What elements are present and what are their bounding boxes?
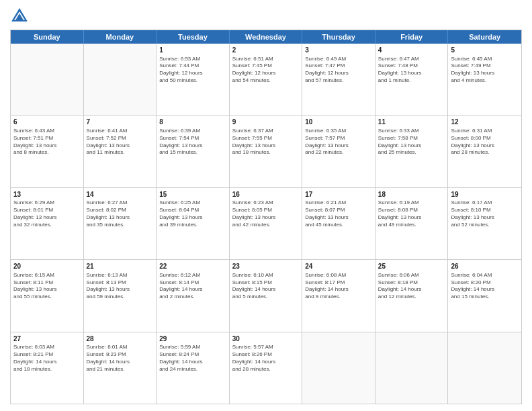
- day-number: 29: [159, 334, 226, 344]
- calendar: SundayMondayTuesdayWednesdayThursdayFrid…: [10, 30, 522, 404]
- day-cell-9: 9Sunrise: 6:37 AM Sunset: 7:55 PM Daylig…: [230, 116, 303, 187]
- weekday-header-tuesday: Tuesday: [157, 30, 230, 44]
- day-info: Sunrise: 6:41 AM Sunset: 7:52 PM Dayligh…: [87, 128, 154, 156]
- day-number: 21: [87, 262, 154, 271]
- day-cell-15: 15Sunrise: 6:25 AM Sunset: 8:04 PM Dayli…: [157, 188, 230, 259]
- day-info: Sunrise: 6:04 AM Sunset: 8:20 PM Dayligh…: [451, 272, 519, 301]
- day-cell-24: 24Sunrise: 6:08 AM Sunset: 8:17 PM Dayli…: [302, 260, 375, 331]
- day-cell-6: 6Sunrise: 6:43 AM Sunset: 7:51 PM Daylig…: [11, 116, 84, 187]
- day-cell-10: 10Sunrise: 6:35 AM Sunset: 7:57 PM Dayli…: [302, 116, 375, 187]
- weekday-header-friday: Friday: [375, 30, 449, 44]
- day-info: Sunrise: 6:06 AM Sunset: 8:18 PM Dayligh…: [378, 272, 445, 301]
- calendar-row-4: 20Sunrise: 6:15 AM Sunset: 8:11 PM Dayli…: [11, 259, 521, 331]
- day-info: Sunrise: 5:57 AM Sunset: 8:26 PM Dayligh…: [232, 344, 300, 373]
- day-info: Sunrise: 6:47 AM Sunset: 7:48 PM Dayligh…: [378, 56, 445, 85]
- weekday-header-sunday: Sunday: [11, 30, 84, 44]
- day-cell-14: 14Sunrise: 6:27 AM Sunset: 8:02 PM Dayli…: [84, 188, 157, 259]
- day-info: Sunrise: 6:35 AM Sunset: 7:57 PM Dayligh…: [305, 128, 372, 156]
- empty-cell: [302, 332, 375, 404]
- day-cell-7: 7Sunrise: 6:41 AM Sunset: 7:52 PM Daylig…: [84, 116, 157, 187]
- day-number: 11: [378, 118, 445, 127]
- day-cell-2: 2Sunrise: 6:51 AM Sunset: 7:45 PM Daylig…: [230, 44, 303, 115]
- day-info: Sunrise: 6:15 AM Sunset: 8:11 PM Dayligh…: [13, 272, 81, 301]
- day-cell-8: 8Sunrise: 6:39 AM Sunset: 7:54 PM Daylig…: [157, 116, 230, 187]
- day-cell-13: 13Sunrise: 6:29 AM Sunset: 8:01 PM Dayli…: [11, 188, 84, 259]
- calendar-row-1: 1Sunrise: 6:53 AM Sunset: 7:44 PM Daylig…: [11, 44, 521, 115]
- day-number: 25: [378, 262, 445, 271]
- calendar-row-2: 6Sunrise: 6:43 AM Sunset: 7:51 PM Daylig…: [11, 115, 521, 187]
- day-cell-12: 12Sunrise: 6:31 AM Sunset: 8:00 PM Dayli…: [448, 116, 521, 187]
- calendar-body: 1Sunrise: 6:53 AM Sunset: 7:44 PM Daylig…: [11, 44, 521, 404]
- day-info: Sunrise: 6:37 AM Sunset: 7:55 PM Dayligh…: [232, 128, 300, 156]
- day-number: 19: [451, 190, 519, 199]
- weekday-header-monday: Monday: [84, 30, 157, 44]
- day-cell-28: 28Sunrise: 6:01 AM Sunset: 8:23 PM Dayli…: [84, 332, 157, 404]
- day-cell-11: 11Sunrise: 6:33 AM Sunset: 7:58 PM Dayli…: [375, 116, 449, 187]
- day-cell-1: 1Sunrise: 6:53 AM Sunset: 7:44 PM Daylig…: [157, 44, 230, 115]
- day-info: Sunrise: 6:39 AM Sunset: 7:54 PM Dayligh…: [159, 128, 226, 156]
- day-info: Sunrise: 6:01 AM Sunset: 8:23 PM Dayligh…: [87, 344, 154, 373]
- day-cell-4: 4Sunrise: 6:47 AM Sunset: 7:48 PM Daylig…: [375, 44, 449, 115]
- day-cell-26: 26Sunrise: 6:04 AM Sunset: 8:20 PM Dayli…: [448, 260, 521, 331]
- calendar-row-3: 13Sunrise: 6:29 AM Sunset: 8:01 PM Dayli…: [11, 187, 521, 259]
- day-cell-27: 27Sunrise: 6:03 AM Sunset: 8:21 PM Dayli…: [11, 332, 84, 404]
- empty-cell: [11, 44, 84, 115]
- calendar-row-5: 27Sunrise: 6:03 AM Sunset: 8:21 PM Dayli…: [11, 332, 521, 404]
- day-number: 3: [305, 46, 372, 55]
- day-number: 5: [451, 46, 519, 55]
- day-number: 8: [159, 118, 226, 127]
- day-number: 22: [159, 262, 226, 271]
- day-cell-5: 5Sunrise: 6:45 AM Sunset: 7:49 PM Daylig…: [448, 44, 521, 115]
- day-info: Sunrise: 6:17 AM Sunset: 8:10 PM Dayligh…: [451, 199, 519, 228]
- day-info: Sunrise: 6:31 AM Sunset: 8:00 PM Dayligh…: [451, 128, 519, 156]
- day-cell-3: 3Sunrise: 6:49 AM Sunset: 7:47 PM Daylig…: [302, 44, 375, 115]
- day-info: Sunrise: 6:19 AM Sunset: 8:08 PM Dayligh…: [378, 199, 445, 228]
- day-cell-23: 23Sunrise: 6:10 AM Sunset: 8:15 PM Dayli…: [230, 260, 303, 331]
- day-cell-30: 30Sunrise: 5:57 AM Sunset: 8:26 PM Dayli…: [230, 332, 303, 404]
- day-number: 30: [232, 334, 300, 344]
- day-number: 24: [305, 262, 372, 271]
- day-number: 15: [159, 190, 226, 199]
- day-number: 12: [451, 118, 519, 127]
- calendar-header: SundayMondayTuesdayWednesdayThursdayFrid…: [11, 30, 521, 44]
- empty-cell: [448, 332, 521, 404]
- day-number: 27: [13, 334, 81, 344]
- day-number: 23: [232, 262, 300, 271]
- day-number: 16: [232, 190, 300, 199]
- day-info: Sunrise: 6:33 AM Sunset: 7:58 PM Dayligh…: [378, 128, 445, 156]
- day-number: 4: [378, 46, 445, 55]
- day-number: 13: [13, 190, 81, 199]
- day-number: 2: [232, 46, 300, 55]
- weekday-header-wednesday: Wednesday: [230, 30, 303, 44]
- day-cell-25: 25Sunrise: 6:06 AM Sunset: 8:18 PM Dayli…: [375, 260, 449, 331]
- day-info: Sunrise: 6:43 AM Sunset: 7:51 PM Dayligh…: [13, 128, 81, 156]
- day-info: Sunrise: 6:25 AM Sunset: 8:04 PM Dayligh…: [159, 199, 226, 228]
- day-info: Sunrise: 6:10 AM Sunset: 8:15 PM Dayligh…: [232, 272, 300, 301]
- day-info: Sunrise: 6:12 AM Sunset: 8:14 PM Dayligh…: [159, 272, 226, 301]
- day-info: Sunrise: 5:59 AM Sunset: 8:24 PM Dayligh…: [159, 344, 226, 373]
- logo: [10, 7, 30, 26]
- day-cell-18: 18Sunrise: 6:19 AM Sunset: 8:08 PM Dayli…: [375, 188, 449, 259]
- header: [10, 7, 522, 26]
- day-info: Sunrise: 6:13 AM Sunset: 8:13 PM Dayligh…: [87, 272, 154, 301]
- day-info: Sunrise: 6:27 AM Sunset: 8:02 PM Dayligh…: [87, 199, 154, 228]
- day-info: Sunrise: 6:45 AM Sunset: 7:49 PM Dayligh…: [451, 56, 519, 85]
- day-info: Sunrise: 6:08 AM Sunset: 8:17 PM Dayligh…: [305, 272, 372, 301]
- day-number: 10: [305, 118, 372, 127]
- day-cell-20: 20Sunrise: 6:15 AM Sunset: 8:11 PM Dayli…: [11, 260, 84, 331]
- weekday-header-saturday: Saturday: [448, 30, 521, 44]
- day-cell-21: 21Sunrise: 6:13 AM Sunset: 8:13 PM Dayli…: [84, 260, 157, 331]
- day-number: 9: [232, 118, 300, 127]
- day-cell-16: 16Sunrise: 6:23 AM Sunset: 8:05 PM Dayli…: [230, 188, 303, 259]
- day-info: Sunrise: 6:21 AM Sunset: 8:07 PM Dayligh…: [305, 199, 372, 228]
- day-cell-29: 29Sunrise: 5:59 AM Sunset: 8:24 PM Dayli…: [157, 332, 230, 404]
- day-number: 17: [305, 190, 372, 199]
- day-number: 1: [159, 46, 226, 55]
- day-info: Sunrise: 6:29 AM Sunset: 8:01 PM Dayligh…: [13, 199, 81, 228]
- day-info: Sunrise: 6:53 AM Sunset: 7:44 PM Dayligh…: [159, 56, 226, 85]
- logo-icon: [10, 7, 29, 26]
- day-cell-19: 19Sunrise: 6:17 AM Sunset: 8:10 PM Dayli…: [448, 188, 521, 259]
- day-number: 14: [87, 190, 154, 199]
- day-number: 20: [13, 262, 81, 271]
- day-info: Sunrise: 6:49 AM Sunset: 7:47 PM Dayligh…: [305, 56, 372, 85]
